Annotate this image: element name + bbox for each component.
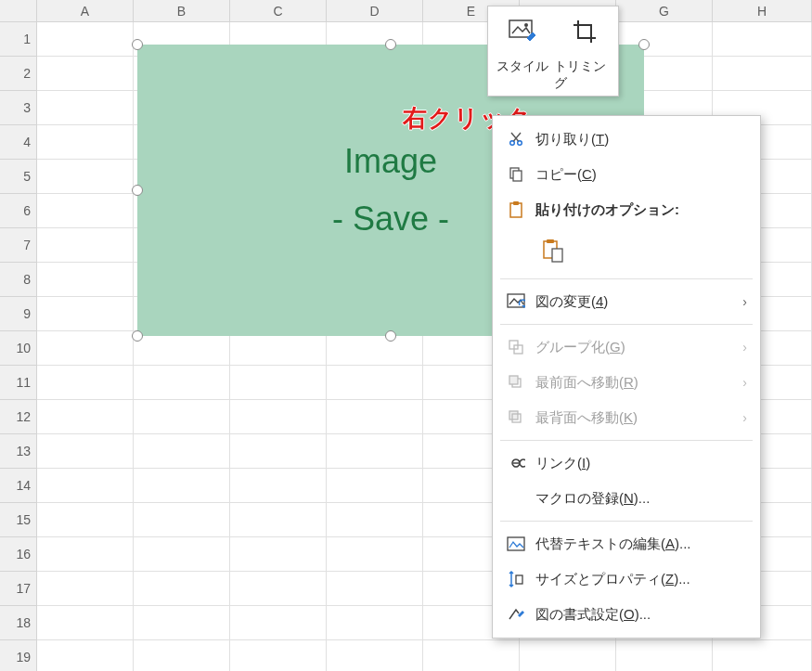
col-header-G[interactable]: G	[616, 0, 713, 22]
cell[interactable]	[37, 434, 134, 469]
cell[interactable]	[327, 606, 423, 640]
cell[interactable]	[37, 606, 134, 640]
row-header-16[interactable]: 16	[0, 537, 37, 572]
resize-handle-nw[interactable]	[132, 39, 143, 50]
row-header-19[interactable]: 19	[0, 640, 37, 671]
resize-handle-s[interactable]	[385, 330, 396, 342]
row-header-14[interactable]: 14	[0, 469, 37, 503]
resize-handle-w[interactable]	[132, 185, 143, 196]
row-header-4[interactable]: 4	[0, 125, 37, 160]
cell[interactable]	[37, 572, 134, 606]
cell[interactable]	[37, 22, 134, 57]
row-header-2[interactable]: 2	[0, 57, 37, 91]
cell[interactable]	[713, 57, 812, 91]
cell[interactable]	[37, 366, 134, 400]
cell[interactable]	[713, 22, 812, 57]
cell[interactable]	[37, 640, 134, 671]
ctx-link[interactable]: リンク(I)	[493, 445, 760, 481]
cell[interactable]	[327, 503, 423, 537]
ctx-separator	[500, 440, 753, 441]
mini-style-button[interactable]: スタイル	[492, 10, 552, 92]
cell[interactable]	[230, 366, 327, 400]
cell[interactable]	[230, 331, 327, 366]
cell[interactable]	[230, 537, 327, 572]
row-header-7[interactable]: 7	[0, 228, 37, 263]
cell[interactable]	[423, 640, 520, 671]
cell[interactable]	[134, 469, 230, 503]
cell[interactable]	[134, 640, 230, 671]
cell[interactable]	[37, 194, 134, 228]
row-header-13[interactable]: 13	[0, 434, 37, 469]
col-header-B[interactable]: B	[134, 0, 230, 22]
ctx-change-picture[interactable]: 図の変更(4) ›	[493, 284, 760, 319]
cell[interactable]	[37, 91, 134, 125]
cell[interactable]	[37, 331, 134, 366]
row-header-15[interactable]: 15	[0, 503, 37, 537]
cell[interactable]	[616, 640, 713, 671]
cell[interactable]	[230, 606, 327, 640]
cell[interactable]	[327, 572, 423, 606]
cell[interactable]	[134, 400, 230, 434]
cell[interactable]	[230, 572, 327, 606]
row-header-8[interactable]: 8	[0, 263, 37, 297]
cell[interactable]	[37, 228, 134, 263]
cell[interactable]	[327, 331, 423, 366]
cell[interactable]	[713, 640, 812, 671]
col-header-C[interactable]: C	[230, 0, 327, 22]
cell[interactable]	[327, 400, 423, 434]
cell[interactable]	[230, 503, 327, 537]
cell[interactable]	[134, 434, 230, 469]
cell[interactable]	[37, 503, 134, 537]
mini-crop-button[interactable]: トリミング	[554, 10, 614, 92]
ctx-cut[interactable]: 切り取り(T)	[493, 122, 760, 157]
ctx-format-picture[interactable]: 図の書式設定(O)...	[493, 597, 760, 632]
row-header-18[interactable]: 18	[0, 606, 37, 640]
resize-handle-ne[interactable]	[638, 39, 650, 50]
cell[interactable]	[37, 125, 134, 160]
cell[interactable]	[37, 263, 134, 297]
cell[interactable]	[134, 572, 230, 606]
ctx-size-and-properties[interactable]: サイズとプロパティ(Z)...	[493, 561, 760, 597]
cell[interactable]	[37, 297, 134, 331]
cell[interactable]	[230, 434, 327, 469]
resize-handle-n[interactable]	[385, 39, 396, 50]
cell[interactable]	[230, 400, 327, 434]
cell[interactable]	[37, 537, 134, 572]
col-header-D[interactable]: D	[327, 0, 423, 22]
cell[interactable]	[327, 366, 423, 400]
col-header-H[interactable]: H	[713, 0, 812, 22]
cell[interactable]	[134, 366, 230, 400]
row-header-12[interactable]: 12	[0, 400, 37, 434]
cell[interactable]	[37, 57, 134, 91]
cell[interactable]	[134, 606, 230, 640]
cell[interactable]	[134, 503, 230, 537]
cell[interactable]	[134, 537, 230, 572]
cell[interactable]	[37, 400, 134, 434]
cell[interactable]	[327, 537, 423, 572]
cell[interactable]	[520, 640, 616, 671]
row-header-11[interactable]: 11	[0, 366, 37, 400]
cell[interactable]	[327, 434, 423, 469]
row-header-5[interactable]: 5	[0, 160, 37, 194]
row-header-9[interactable]: 9	[0, 297, 37, 331]
row-header-6[interactable]: 6	[0, 194, 37, 228]
resize-handle-sw[interactable]	[132, 330, 143, 342]
cell[interactable]	[37, 160, 134, 194]
cell[interactable]	[327, 469, 423, 503]
cell[interactable]	[230, 469, 327, 503]
paste-option-keep-source[interactable]	[535, 233, 571, 268]
ctx-assign-macro[interactable]: マクロの登録(N)...	[493, 481, 760, 516]
row-header-10[interactable]: 10	[0, 331, 37, 366]
ctx-edit-alt-text[interactable]: 代替テキストの編集(A)...	[493, 526, 760, 561]
row-header-3[interactable]: 3	[0, 91, 37, 125]
cell[interactable]	[134, 331, 230, 366]
row-header-1[interactable]: 1	[0, 22, 37, 57]
col-header-A[interactable]: A	[37, 0, 134, 22]
cell[interactable]	[37, 469, 134, 503]
row-header-17[interactable]: 17	[0, 572, 37, 606]
ctx-copy[interactable]: コピー(C)	[493, 157, 760, 192]
cell[interactable]	[230, 640, 327, 671]
select-all-corner[interactable]	[0, 0, 37, 22]
cell[interactable]	[327, 640, 423, 671]
svg-rect-15	[509, 376, 518, 384]
